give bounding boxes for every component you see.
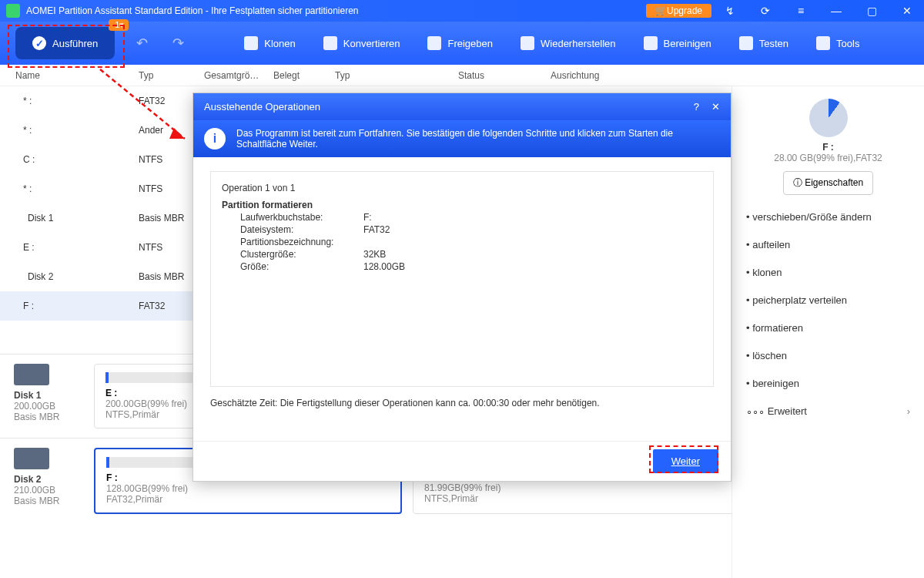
convert-icon [323,36,337,50]
test-button[interactable]: Testen [735,36,793,50]
eta-text: Geschätzte Zeit: Die Fertigstellung dies… [210,398,714,408]
col-name[interactable]: Name [15,65,139,86]
disk1-type: Basis MBR [14,412,83,422]
window-title: AOMEI Partition Assistant Standard Editi… [26,5,359,16]
disk-icon [14,364,49,385]
col-aus[interactable]: Ausrichtung [551,65,651,86]
clone-icon [244,36,258,50]
redo-icon[interactable]: ↷ [172,35,184,52]
tools-button[interactable]: Tools [812,36,864,50]
convert-button[interactable]: Konvertieren [319,36,405,50]
col-typ[interactable]: Typ [139,65,204,86]
partition-info: 128.00GB(99% frei) [106,483,390,494]
disk2-type: Basis MBR [14,496,83,506]
apply-button[interactable]: ✓ Ausführen 1▾ [15,27,115,59]
menu-icon[interactable]: ≡ [790,5,812,17]
side-operation[interactable]: • formatieren [745,314,912,341]
disk2-name: Disk 2 [14,474,83,485]
side-operation[interactable]: • klonen [745,258,912,286]
next-button[interactable]: Weiter [653,449,718,473]
kv-cluster-v: 32KB [363,249,386,260]
disk-icon [14,448,49,469]
tools-icon [816,36,830,50]
undo-icon[interactable]: ↶ [136,35,148,52]
side-operation[interactable]: • verschieben/Größe ändern [745,203,912,230]
checkmark-icon: ✓ [32,36,46,50]
modal-msg-text: Das Programm ist bereit zum Fortfahren. … [236,128,720,150]
test-icon [739,36,753,50]
disk1-size: 200.00GB [14,401,83,412]
pie-chart-icon [809,99,848,137]
maximize-icon[interactable]: ▢ [861,5,882,17]
minimize-icon[interactable]: — [825,5,847,17]
close-icon[interactable]: ✕ [896,5,918,17]
kv-fs-v: FAT32 [363,224,390,235]
kv-label-k: Partitionsbezeichnung: [240,237,363,247]
pending-operations-dialog: Ausstehende Operationen ? ✕ i Das Progra… [192,92,732,482]
kv-size-k: Größe: [240,261,363,272]
col-used[interactable]: Belegt [273,65,335,86]
settings-icon[interactable]: ↯ [719,5,741,17]
upgrade-button[interactable]: 🛒 Upgrade [646,4,711,18]
col-fs[interactable]: Typ [335,65,458,86]
modal-close-icon[interactable]: ✕ [711,101,720,113]
side-more[interactable]: ∘∘∘ Erweitert› [745,397,912,425]
clone-button[interactable]: Klonen [239,36,300,50]
clean-icon [644,36,658,50]
modal-title: Ausstehende Operationen [204,101,320,113]
operation-name: Partition formatieren [222,200,702,210]
panel-drive: F : [745,142,912,153]
properties-button[interactable]: ⓘ Eigenschaften [783,171,873,195]
partition-fs: FAT32,Primär [106,494,390,505]
kv-drive-v: F: [363,212,372,223]
pending-badge: 1▾ [109,19,129,31]
col-size[interactable]: Gesamtgrö… [204,65,273,86]
restore-button[interactable]: Wiederherstellen [516,36,621,50]
col-stat[interactable]: Status [458,65,551,86]
operation-count: Operation 1 von 1 [222,183,702,193]
kv-fs-k: Dateisystem: [240,224,363,235]
column-headers: Name Typ Gesamtgrö… Belegt Typ Status Au… [0,65,924,86]
kv-size-v: 128.00GB [363,261,405,272]
app-logo-icon [6,4,20,18]
side-operation[interactable]: • bereinigen [745,369,912,397]
side-operation[interactable]: • peicherplatz verteilen [745,286,912,314]
kv-cluster-k: Clustergröße: [240,249,363,260]
kv-drive-k: Laufwerkbuchstabe: [240,212,363,223]
apply-label: Ausführen [52,38,98,49]
panel-info: 28.00 GB(99% frei),FAT32 [745,153,912,163]
refresh-icon[interactable]: ⟳ [755,5,776,17]
operation-details: Operation 1 von 1 Partition formatieren … [210,171,714,387]
restore-icon [521,36,534,50]
disk2-size: 210.00GB [14,485,83,496]
modal-title-bar: Ausstehende Operationen ? ✕ [193,93,731,120]
disk1-name: Disk 1 [14,390,83,401]
side-operation[interactable]: • aufteilen [745,230,912,258]
disk1-card[interactable]: Disk 1 200.00GB Basis MBR [14,364,83,428]
info-icon: i [204,128,226,150]
modal-message: i Das Programm ist bereit zum Fortfahren… [193,120,731,157]
clean-button[interactable]: Bereinigen [639,36,716,50]
side-panel: F : 28.00 GB(99% frei),FAT32 ⓘ Eigenscha… [732,86,924,578]
help-icon[interactable]: ? [694,101,699,113]
share-icon [427,36,441,50]
title-bar: AOMEI Partition Assistant Standard Editi… [0,0,924,22]
share-button[interactable]: Freigeben [423,36,497,50]
side-operation[interactable]: • löschen [745,341,912,369]
disk2-card[interactable]: Disk 2 210.00GB Basis MBR [14,448,83,514]
main-toolbar: ✓ Ausführen 1▾ ↶ ↷ Klonen Konvertieren F… [0,22,924,65]
